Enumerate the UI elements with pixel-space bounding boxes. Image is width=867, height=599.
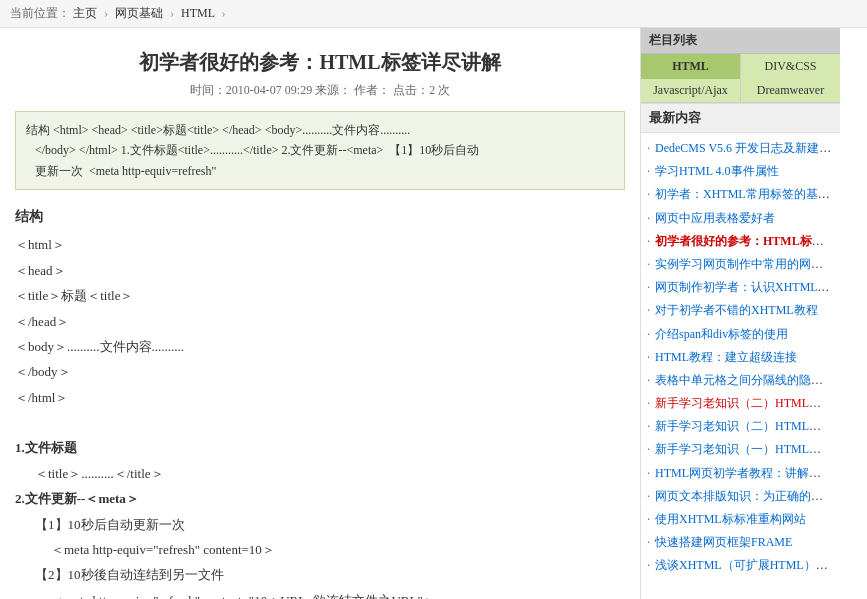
- section2-title: 2.文件更新--＜meta＞: [15, 487, 625, 510]
- section1-title: 1.文件标题: [15, 436, 625, 459]
- sidebar-section-tabs: 栏目列表 HTML DIV&CSS Javascript/Ajax Dreamw…: [641, 28, 840, 104]
- sidebar-link[interactable]: 表格中单元格之间分隔线的隐藏方: [655, 373, 835, 387]
- tab-divcss[interactable]: DIV&CSS: [741, 54, 840, 79]
- sidebar-link[interactable]: 初学者：XHTML常用标签的基本应用指: [655, 187, 840, 201]
- sidebar-link[interactable]: 对于初学者不错的XHTML教程: [655, 303, 818, 317]
- sidebar-latest-heading: 最新内容: [641, 104, 840, 133]
- list-item: 网页文本排版知识：为正确的内容: [641, 485, 840, 508]
- list-item: 新手学习老知识（二）HTML用好活动: [641, 415, 840, 438]
- sidebar-column-title: 栏目列表: [641, 28, 840, 54]
- list-item: DedeCMS V5.6 开发日志及新建议提交: [641, 137, 840, 160]
- sidebar-link[interactable]: 快速搭建网页框架FRAME: [655, 535, 792, 549]
- list-item: 网页制作初学者：认识XHTML DHTML S: [641, 276, 840, 299]
- html-close-tag: ＜/html＞: [15, 386, 625, 409]
- list-item: 使用XHTML标标准重构网站: [641, 508, 840, 531]
- sidebar-link-highlight[interactable]: 新手学习老知识（二）HTML教程用好: [655, 396, 840, 410]
- breadcrumb-sep3: ›: [222, 6, 226, 20]
- sidebar-link[interactable]: 新手学习老知识（二）HTML用好活动: [655, 419, 840, 433]
- sidebar-link[interactable]: 网页制作初学者：认识XHTML DHTML S: [655, 280, 840, 294]
- sidebar-tabs-row2: Javascript/Ajax Dreamweaver: [641, 79, 840, 103]
- list-item: 浅谈XHTML（可扩展HTML）标准中: [641, 554, 840, 577]
- sidebar-link[interactable]: DedeCMS V5.6 开发日志及新建议提交: [655, 141, 840, 155]
- sidebar-link[interactable]: HTML教程：建立超级连接: [655, 350, 797, 364]
- list-item: 新手学习老知识（一）HTML语言基础: [641, 438, 840, 461]
- section1-code: ＜title＞..........＜/title＞: [15, 462, 625, 485]
- sidebar-link[interactable]: 网页文本排版知识：为正确的内容: [655, 489, 835, 503]
- list-item: 初学者很好的参考：HTML标签详尽讲: [641, 230, 840, 253]
- tab-dw[interactable]: Dreamweaver: [741, 79, 840, 102]
- body-close-tag: ＜/body＞: [15, 360, 625, 383]
- list-item: 实例学习网页制作中常用的网页表: [641, 253, 840, 276]
- head-close-tag: ＜/head＞: [15, 310, 625, 333]
- sidebar-link[interactable]: HTML网页初学者教程：讲解网页标题: [655, 466, 840, 480]
- content-body: 结构 ＜html＞ ＜head＞ ＜title＞标题＜title＞ ＜/head…: [15, 204, 625, 599]
- sidebar-link[interactable]: 介绍span和div标签的使用: [655, 327, 788, 341]
- sidebar-link[interactable]: 实例学习网页制作中常用的网页表: [655, 257, 835, 271]
- page-layout: 初学者很好的参考：HTML标签详尽讲解 时间：2010-04-07 09:29 …: [0, 28, 867, 599]
- sub1-code: ＜meta http-equiv="refresh" content=10＞: [15, 538, 625, 561]
- list-item: 学习HTML 4.0事件属性: [641, 160, 840, 183]
- breadcrumb-sep1: ›: [104, 6, 108, 20]
- structure-heading: 结构: [15, 204, 625, 229]
- list-item: 快速搭建网页框架FRAME: [641, 531, 840, 554]
- main-content: 初学者很好的参考：HTML标签详尽讲解 时间：2010-04-07 09:29 …: [0, 28, 640, 599]
- tab-js[interactable]: Javascript/Ajax: [641, 79, 741, 102]
- list-item: 网页中应用表格爱好者: [641, 207, 840, 230]
- code-block: 结构 <html> <head> <title>标题<title> </head…: [15, 111, 625, 190]
- sidebar-link[interactable]: 学习HTML 4.0事件属性: [655, 164, 779, 178]
- breadcrumb-html[interactable]: HTML: [181, 6, 215, 20]
- list-item: 新手学习老知识（二）HTML教程用好: [641, 392, 840, 415]
- body-tag: ＜body＞..........文件内容..........: [15, 335, 625, 358]
- sidebar-link[interactable]: 新手学习老知识（一）HTML语言基础: [655, 442, 840, 456]
- list-item: HTML网页初学者教程：讲解网页标题: [641, 462, 840, 485]
- sub2-title: 【2】10秒後自动连结到另一文件: [15, 563, 625, 586]
- tab-html[interactable]: HTML: [641, 54, 741, 79]
- sub1-title: 【1】10秒后自动更新一次: [15, 513, 625, 536]
- html-tag: ＜html＞: [15, 233, 625, 256]
- sidebar: 栏目列表 HTML DIV&CSS Javascript/Ajax Dreamw…: [640, 28, 840, 599]
- sidebar-link[interactable]: 使用XHTML标标准重构网站: [655, 512, 806, 526]
- list-item: 介绍span和div标签的使用: [641, 323, 840, 346]
- list-item: 对于初学者不错的XHTML教程: [641, 299, 840, 322]
- breadcrumb: 当前位置： 主页 › 网页基础 › HTML ›: [0, 0, 867, 28]
- breadcrumb-prefix: 当前位置：: [10, 6, 70, 20]
- article-meta: 时间：2010-04-07 09:29 来源： 作者： 点击：2 次: [15, 82, 625, 99]
- breadcrumb-webbasics[interactable]: 网页基础: [115, 6, 163, 20]
- breadcrumb-home[interactable]: 主页: [73, 6, 97, 20]
- sidebar-link-current[interactable]: 初学者很好的参考：HTML标签详尽讲: [655, 234, 840, 248]
- list-item: 表格中单元格之间分隔线的隐藏方: [641, 369, 840, 392]
- head-tag: ＜head＞: [15, 259, 625, 282]
- article-title: 初学者很好的参考：HTML标签详尽讲解: [15, 48, 625, 76]
- sidebar-link[interactable]: 网页中应用表格爱好者: [655, 211, 775, 225]
- sidebar-latest-list: DedeCMS V5.6 开发日志及新建议提交 学习HTML 4.0事件属性 初…: [641, 133, 840, 582]
- sub2-code: ＜meta http-equiv="refresh" content="10；U…: [15, 589, 625, 599]
- sidebar-link[interactable]: 浅谈XHTML（可扩展HTML）标准中: [655, 558, 840, 572]
- code-text: 结构 <html> <head> <title>标题<title> </head…: [26, 123, 479, 178]
- list-item: 初学者：XHTML常用标签的基本应用指: [641, 183, 840, 206]
- list-item: HTML教程：建立超级连接: [641, 346, 840, 369]
- sidebar-tabs-row1: HTML DIV&CSS: [641, 54, 840, 79]
- title-tag-open: ＜title＞标题＜title＞: [15, 284, 625, 307]
- breadcrumb-sep2: ›: [170, 6, 174, 20]
